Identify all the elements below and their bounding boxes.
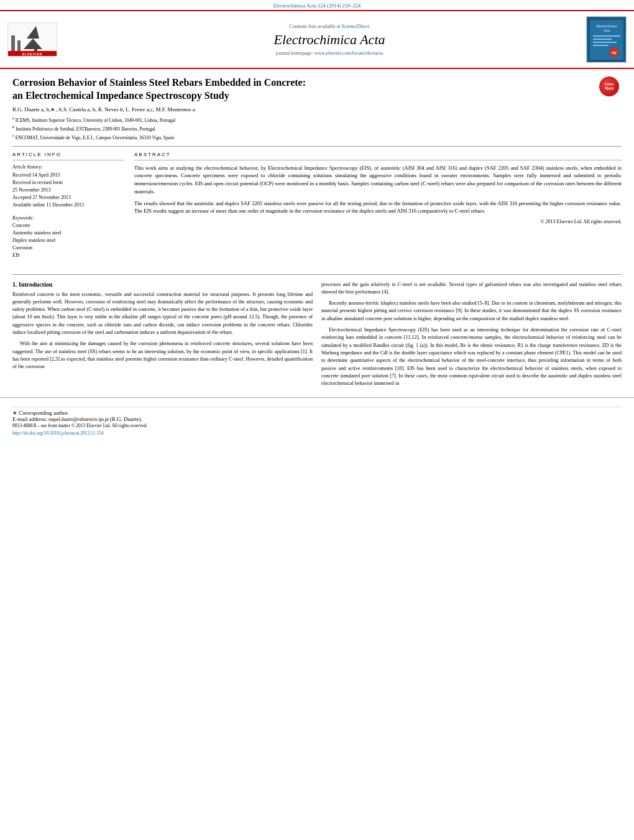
abstract-divider [134,160,622,160]
affiliation-c-text: ENCOMAT, Universidade de Vigo, E.E.I., C… [16,134,174,140]
corresponding-label: ∗ Corresponding author. [12,410,69,416]
homepage-label: journal homepage: [276,50,313,56]
svg-text:ISI: ISI [612,51,617,55]
corresponding-email[interactable]: raquel.duarte@estbarreiro.ips.pt [48,417,109,422]
keyword-0: Concrete [12,222,124,229]
affiliation-b: b Instituto Politécnico de Setúbal, ESTB… [12,124,622,132]
svg-text:Electrochimica: Electrochimica [596,24,617,28]
svg-rect-13 [593,42,617,43]
doi-link[interactable]: http://dx.doi.org/10.1016/j.electacta.20… [12,430,103,436]
elsevier-logo-section: ELSEVIER [7,22,82,57]
elsevier-tree-image: ELSEVIER [7,22,57,57]
keyword-1: Austenitic stainless steel [12,229,124,237]
abstract-label: ABSTRACT [134,152,622,157]
svg-rect-11 [593,35,620,37]
main-body: 1. Introduction Reinforced concrete is t… [0,281,634,392]
right-column-text: processes and the gain relatively to C-s… [321,281,622,388]
footer-copyright: 0013-4686/$ – see front matter © 2013 El… [12,422,622,436]
affiliations-section: a ICEMS, Instituto Superior Técnico, Uni… [12,115,622,141]
journal-citation: Electrochimica Acta 124 (2014) 218–224 [0,0,634,10]
sciencedirect-link[interactable]: ScienceDirect [342,24,370,29]
authors-line: R.G. Duarte a, b,∗, A.S. Castela a, b, R… [12,106,622,113]
keywords-label: Keywords: [12,215,124,221]
abstract-paragraph-2: The results showed that the austenitic a… [134,200,622,216]
article-history: Article history: Received 14 April 2013 … [12,164,124,209]
crossmark-section: CrossMark [599,76,622,96]
footer-top-divider [12,407,622,407]
journal-cover-section: Electrochimica Acta ISI [577,16,627,63]
right-paragraph-1: Recently austeno-ferritic (duplex) stain… [321,300,622,323]
article-info-label: ARTICLE INFO [12,152,124,157]
affiliation-b-text: Instituto Politécnico de Setúbal, ESTBar… [16,126,155,131]
affiliation-a-text: ICEMS, Instituto Superior Técnico, Unive… [16,117,175,122]
article-title-line1: Corrosion Behavior of Stainless Steel Re… [12,77,306,88]
abstract-paragraph-1: This work aims at studying the electroch… [134,164,622,196]
email-label: E-mail address: [12,416,47,422]
svg-rect-14 [593,45,609,46]
svg-text:ELSEVIER: ELSEVIER [22,52,43,56]
journal-header: ELSEVIER Contents lists available at Sci… [0,10,634,69]
copyright-text: 0013-4686/$ – see front matter © 2013 El… [12,423,147,428]
body-left-column: 1. Introduction Reinforced concrete is t… [12,281,313,392]
introduction-heading: 1. Introduction [12,281,313,288]
abstract-text: This work aims at studying the electroch… [134,164,622,216]
history-item-0: Received 14 April 2013 [12,172,124,179]
right-paragraph-2: Electrochemical Impedance Spectroscopy (… [321,326,622,387]
article-title-section: Corrosion Behavior of Stainless Steel Re… [12,76,622,103]
affiliation-c: c ENCOMAT, Universidade de Vigo, E.E.I.,… [12,132,622,141]
article-info-abstract: ARTICLE INFO Article history: Received 1… [12,152,622,263]
body-divider [12,274,622,275]
history-item-4: Available online 11 December 2013 [12,201,124,209]
article-footer: ∗ Corresponding author. E-mail address: … [0,397,634,441]
article-info-column: ARTICLE INFO Article history: Received 1… [12,152,124,263]
article-title: Corrosion Behavior of Stainless Steel Re… [12,76,593,103]
keywords-section: Keywords: Concrete Austenitic stainless … [12,215,124,259]
title-divider [12,146,622,147]
journal-center-header: Contents lists available at ScienceDirec… [88,24,571,56]
crossmark-logo: CrossMark [599,76,619,96]
right-paragraph-0: processes and the gain relatively to C-s… [321,281,622,297]
introduction-text: Reinforced concrete is the most economic… [12,291,313,371]
history-item-2: 25 November 2013 [12,187,124,194]
journal-cover-image: Electrochimica Acta ISI [586,16,627,63]
journal-name: Electrochimica Acta [88,32,571,48]
intro-paragraph-1: With the aim at minimizing the damages c… [12,340,313,371]
info-divider [12,160,124,160]
contents-list-line: Contents lists available at ScienceDirec… [88,24,571,29]
copyright-line: © 2013 Elsevier Ltd. All rights reserved… [134,219,622,224]
affiliation-a: a ICEMS, Instituto Superior Técnico, Uni… [12,115,622,124]
abstract-column: ABSTRACT This work aims at studying the … [134,152,622,263]
journal-homepage-line: journal homepage: www.elsevier.com/locat… [88,50,571,56]
intro-paragraph-0: Reinforced concrete is the most economic… [12,291,313,337]
homepage-url[interactable]: www.elsevier.com/locate/electacta [315,50,384,56]
elsevier-logo: ELSEVIER [7,22,82,57]
svg-rect-1 [11,35,15,53]
corresponding-author-note: ∗ Corresponding author. E-mail address: … [12,410,622,422]
article-content: Corrosion Behavior of Stainless Steel Re… [0,69,634,270]
keyword-3: Corrosion [12,244,124,252]
contents-available-text: Contents lists available at [290,24,341,29]
keyword-4: EIS [12,252,124,259]
history-label: Article history: [12,164,124,170]
keyword-2: Duplex stainless steel [12,237,124,244]
authors-text: R.G. Duarte a, b,∗, A.S. Castela a, b, R… [12,106,195,113]
email-suffix: (R.G. Duarte). [110,416,142,422]
svg-rect-12 [593,39,612,40]
history-item-3: Accepted 27 November 2013 [12,194,124,201]
article-title-line2: an Electrochemical Impedance Spectroscop… [12,90,229,101]
history-item-1: Received in revised form [12,179,124,187]
svg-text:Acta: Acta [602,29,609,32]
body-right-column: processes and the gain relatively to C-s… [321,281,622,392]
